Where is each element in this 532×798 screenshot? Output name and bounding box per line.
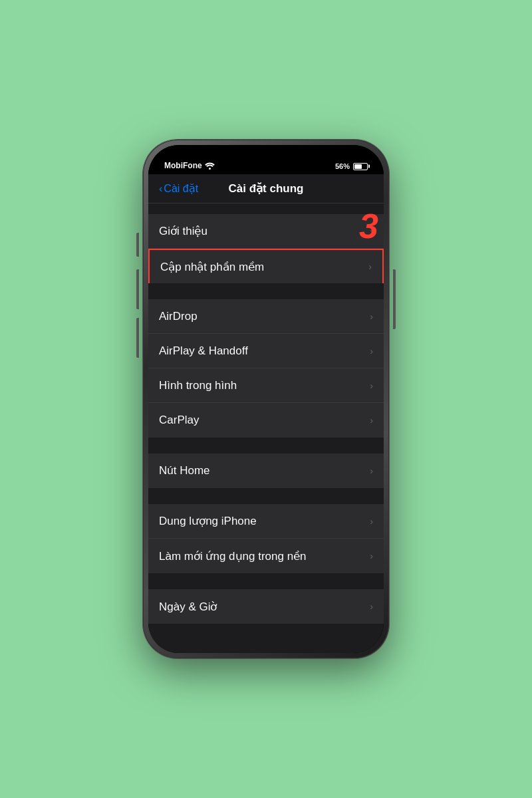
spacer-5 — [148, 579, 384, 584]
wifi-icon — [205, 162, 215, 170]
spacer-2 — [148, 289, 384, 294]
mute-button — [136, 233, 139, 257]
section-group-2: AirDrop › AirPlay & Handoff › Hình trong… — [148, 299, 384, 438]
screen-content: MobiFone 56% — [148, 145, 384, 653]
chevron-icon: › — [370, 415, 373, 426]
section-group-4: Dung lượng iPhone › Làm mới ứng dụng tro… — [148, 504, 384, 573]
row-carplay[interactable]: CarPlay › — [148, 403, 384, 438]
volume-up-button — [136, 269, 139, 309]
chevron-icon: › — [368, 261, 372, 272]
row-label: Giới thiệu — [159, 224, 370, 238]
phone-frame: MobiFone 56% — [143, 140, 389, 658]
power-button — [393, 269, 396, 329]
settings-content: 3 Giới thiệu › Cập nhật phần mềm › — [148, 203, 384, 653]
chevron-icon: › — [370, 466, 373, 476]
step-number: 3 — [359, 209, 378, 243]
chevron-icon: › — [370, 516, 373, 527]
row-airplay-handoff[interactable]: AirPlay & Handoff › — [148, 334, 384, 368]
row-label: Hình trong hình — [159, 379, 370, 392]
row-cap-nhat[interactable]: Cập nhật phần mềm › — [148, 249, 384, 283]
page-title: Cài đặt chung — [229, 182, 304, 196]
spacer-1 — [148, 203, 384, 209]
row-label: Nút Home — [159, 464, 370, 477]
section-group-5: Ngày & Giờ › — [148, 589, 384, 624]
back-label: Cài đặt — [164, 182, 198, 195]
spacer-4 — [148, 493, 384, 499]
chevron-icon: › — [370, 601, 373, 612]
chevron-icon: › — [370, 380, 373, 391]
back-chevron-icon: ‹ — [159, 183, 162, 195]
section-group-1: Giới thiệu › Cập nhật phần mềm › — [148, 214, 384, 283]
row-label: AirDrop — [159, 310, 370, 323]
row-ngay-gio[interactable]: Ngày & Giờ › — [148, 589, 384, 624]
section-group-3: Nút Home › — [148, 454, 384, 488]
phone-screen: MobiFone 56% — [148, 145, 384, 653]
row-label: AirPlay & Handoff — [159, 344, 370, 358]
battery-icon — [353, 163, 368, 170]
row-dung-luong[interactable]: Dung lượng iPhone › — [148, 504, 384, 539]
row-label: Dung lượng iPhone — [159, 514, 370, 528]
row-label: Làm mới ứng dụng trong nền — [159, 549, 370, 563]
row-airdrop[interactable]: AirDrop › — [148, 299, 384, 334]
notch — [216, 145, 316, 164]
chevron-icon: › — [370, 311, 373, 322]
navigation-bar: ‹ Cài đặt Cài đặt chung — [148, 174, 384, 203]
status-right: 56% — [335, 162, 368, 170]
chevron-icon: › — [370, 346, 373, 356]
status-carrier: MobiFone — [164, 161, 215, 170]
svg-point-0 — [209, 168, 211, 170]
row-lam-moi[interactable]: Làm mới ứng dụng trong nền › — [148, 539, 384, 573]
row-gioi-thieu[interactable]: Giới thiệu › — [148, 214, 384, 249]
chevron-icon: › — [370, 551, 373, 561]
spacer-3 — [148, 443, 384, 448]
battery-percent: 56% — [335, 162, 350, 170]
row-nut-home[interactable]: Nút Home › — [148, 454, 384, 488]
back-button[interactable]: ‹ Cài đặt — [159, 182, 198, 195]
row-label: Ngày & Giờ — [159, 600, 370, 614]
row-label: CarPlay — [159, 414, 370, 427]
row-hinh-trong-hinh[interactable]: Hình trong hình › — [148, 368, 384, 403]
row-label: Cập nhật phần mềm — [160, 260, 368, 274]
volume-down-button — [136, 318, 139, 358]
